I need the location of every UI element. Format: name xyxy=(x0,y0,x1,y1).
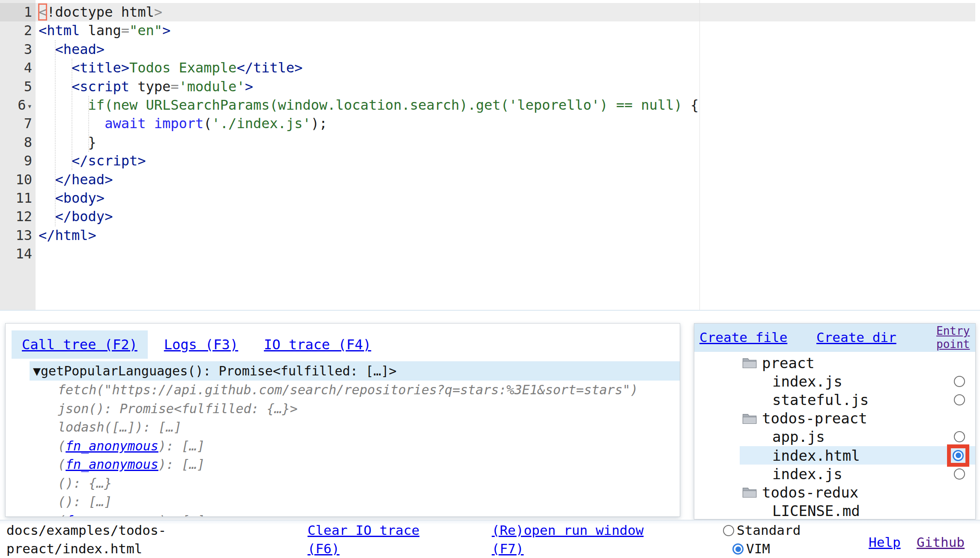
indent-guide xyxy=(55,40,56,226)
code-token: </script> xyxy=(72,153,146,169)
code-line[interactable]: await import('./index.js'); xyxy=(36,114,975,133)
tab-io-trace-f4[interactable]: IO trace (F4) xyxy=(264,330,371,359)
keybinding-label: VIM xyxy=(746,541,770,556)
github-link[interactable]: Github xyxy=(917,533,965,552)
calltree-row-text: (): {…} xyxy=(58,476,112,491)
code-token xyxy=(39,41,55,57)
tab-call-tree-f2[interactable]: Call tree (F2) xyxy=(12,330,148,359)
code-token: Todos Example xyxy=(129,60,236,76)
gutter-line-number: 2 xyxy=(0,21,36,40)
calltree-selected-row[interactable]: ▼getPopularLanguages(): Promise<fulfille… xyxy=(30,361,680,381)
file-name: stateful.js xyxy=(772,391,869,408)
file-name: index.html xyxy=(772,447,860,464)
calltree-row-text: ( xyxy=(58,438,66,453)
fold-widget-icon[interactable]: ▾ xyxy=(27,101,32,111)
calltree-row[interactable]: json(): Promise<fulfilled: {…}> xyxy=(30,399,680,418)
code-token: <body> xyxy=(55,190,105,206)
help-link[interactable]: Help xyxy=(869,533,901,552)
entry-point-radio[interactable] xyxy=(954,394,965,405)
code-token xyxy=(39,97,88,113)
fn-anonymous-link[interactable]: fn_anonymous xyxy=(66,457,158,472)
entry-point-radio[interactable] xyxy=(954,431,965,442)
calltree-row-text: json(): Promise<fulfilled: {…}> xyxy=(58,401,298,416)
code-token: ); xyxy=(311,115,328,132)
code-line[interactable]: <body> xyxy=(36,189,975,207)
code-line[interactable]: </html> xyxy=(36,226,975,245)
file-row-todos-redux[interactable]: todos-redux xyxy=(740,483,975,501)
code-line[interactable]: } xyxy=(36,133,975,152)
code-line[interactable]: </body> xyxy=(36,207,975,226)
file-row-todos-preact[interactable]: todos-preact xyxy=(740,409,975,428)
code-token: } xyxy=(39,134,96,150)
code-line[interactable]: <head> xyxy=(36,40,975,59)
file-name: index.js xyxy=(772,465,843,483)
calltree-row[interactable]: (): […] xyxy=(30,492,680,511)
current-file-path: docs/examples/todos-preact/index.html xyxy=(6,521,171,558)
calltree-row[interactable]: (fn_anonymous): […] xyxy=(30,511,680,517)
file-panel-header: Create file Create dir Entry point xyxy=(694,324,975,352)
fn-anonymous-link[interactable]: fn_anonymous xyxy=(66,438,158,453)
calltree-panel: Call tree (F2)Logs (F3)IO trace (F4) ▼ge… xyxy=(5,323,680,517)
editor-cursor: < xyxy=(39,4,47,20)
code-token xyxy=(129,78,137,95)
entry-point-header[interactable]: Entry point xyxy=(936,324,976,351)
fn-anonymous-link[interactable]: fn_anonymous xyxy=(66,513,158,517)
code-token: './index.js' xyxy=(212,115,311,132)
entry-point-radio[interactable] xyxy=(953,450,964,461)
entry-point-radio[interactable] xyxy=(954,376,965,387)
panel-tabs: Call tree (F2)Logs (F3)IO trace (F4) xyxy=(6,324,680,361)
file-row-index.js[interactable]: index.js xyxy=(740,465,975,483)
code-line[interactable]: </script> xyxy=(36,152,975,170)
file-row-preact[interactable]: preact xyxy=(740,354,975,372)
code-token: "en" xyxy=(129,22,162,39)
reopen-run-window-link[interactable]: (Re)open run window (F7) xyxy=(492,521,654,558)
entry-point-radio[interactable] xyxy=(954,468,965,480)
code-token: = xyxy=(170,78,179,95)
calltree-row[interactable]: fetch("https://api.github.com/search/rep… xyxy=(30,381,680,399)
calltree-row[interactable]: lodash([…]): […] xyxy=(30,418,680,437)
code-token xyxy=(146,115,154,132)
file-row-LICENSE.md[interactable]: LICENSE.md xyxy=(740,502,975,520)
keybinding-radio-vim[interactable] xyxy=(732,543,744,555)
file-row-stateful.js[interactable]: stateful.js xyxy=(740,390,975,409)
code-token: </head> xyxy=(55,171,113,188)
create-file-link[interactable]: Create file xyxy=(699,330,787,345)
indent-guide xyxy=(72,59,72,170)
file-row-index.html[interactable]: index.html xyxy=(740,446,975,465)
code-line[interactable] xyxy=(36,245,975,263)
code-token: > xyxy=(162,22,170,39)
code-line[interactable]: <!doctype html> xyxy=(36,3,975,21)
folder-icon xyxy=(742,486,757,498)
calltree-row-text: fetch("https://api.github.com/search/rep… xyxy=(58,382,638,397)
code-line[interactable]: if(new URLSearchParams(window.location.s… xyxy=(36,96,975,114)
code-token: if(new URLSearchParams(window.location.s… xyxy=(88,97,690,113)
calltree-row-text: ): […] xyxy=(158,457,205,472)
code-token: </body> xyxy=(55,208,113,225)
calltree-row[interactable]: (fn_anonymous): […] xyxy=(30,437,680,456)
gutter-line-number: 14 xyxy=(0,245,36,263)
file-row-index.js[interactable]: index.js xyxy=(740,372,975,390)
calltree-row[interactable]: (): {…} xyxy=(30,474,680,493)
code-token: { xyxy=(690,97,699,113)
code-line[interactable]: <script type='module'> xyxy=(36,78,975,96)
dir-name: preact xyxy=(762,354,815,372)
code-token: await xyxy=(105,115,146,132)
editor-code-area[interactable]: <!doctype html><html lang="en"> <head> <… xyxy=(36,0,975,310)
calltree-row[interactable]: (fn_anonymous): […] xyxy=(30,455,680,474)
code-line[interactable]: <title>Todos Example</title> xyxy=(36,59,975,77)
code-token: import xyxy=(154,115,204,132)
code-line[interactable]: </head> xyxy=(36,171,975,189)
calltree-row-text: ): […] xyxy=(158,513,205,517)
code-editor[interactable]: 123456▾7891011121314 <!doctype html><htm… xyxy=(0,0,980,311)
keybinding-radio-standard[interactable] xyxy=(723,525,734,536)
file-row-app.js[interactable]: app.js xyxy=(740,428,975,446)
create-dir-link[interactable]: Create dir xyxy=(816,330,896,345)
calltree-row-text: lodash([…]): […] xyxy=(58,420,182,435)
keybinding-options: Standard VIM xyxy=(723,521,830,558)
code-line[interactable]: <html lang="en"> xyxy=(36,21,975,40)
file-tree: preactindex.jsstateful.jstodos-preactapp… xyxy=(740,352,975,519)
gutter-line-number: 12 xyxy=(0,207,36,226)
code-token: lang xyxy=(88,22,121,39)
tab-logs-f3[interactable]: Logs (F3) xyxy=(164,330,238,359)
clear-io-trace-link[interactable]: Clear IO trace (F6) xyxy=(308,521,436,558)
